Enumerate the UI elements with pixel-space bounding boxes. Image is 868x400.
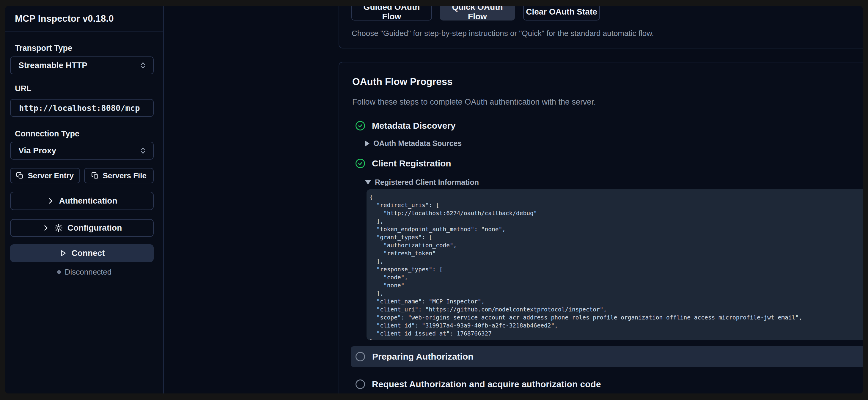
transport-type-value: Streamable HTTP: [19, 61, 87, 70]
copy-buttons-row: Server Entry Servers File: [10, 168, 154, 183]
step-label: Metadata Discovery: [372, 121, 456, 131]
main-content: Guided OAuth Flow Quick OAuth Flow Clear…: [164, 6, 863, 394]
connect-label: Connect: [72, 248, 105, 258]
status-label: Disconnected: [65, 268, 112, 277]
authentication-toggle[interactable]: Authentication: [10, 192, 154, 210]
check-circle-icon: [355, 158, 365, 168]
server-entry-label: Server Entry: [28, 171, 74, 180]
app-window: MCP Inspector v0.18.0 Transport Type Str…: [5, 6, 863, 394]
oauth-flow-progress-card: OAuth Flow Progress Follow these steps t…: [339, 62, 863, 394]
configuration-toggle[interactable]: Configuration: [10, 219, 154, 237]
empty-circle-icon: [355, 351, 365, 362]
url-input[interactable]: http://localhost:8080/mcp: [10, 99, 154, 117]
oauth-metadata-sources-toggle[interactable]: OAuth Metadata Sources: [365, 139, 462, 148]
collapsible-label: Registered Client Information: [375, 178, 479, 187]
step-request-authorization: Request Authorization and acquire author…: [355, 379, 601, 389]
client-info-json: { "redirect_uris": [ "http://localhost:6…: [370, 193, 863, 340]
connection-type-select[interactable]: Via Proxy: [10, 142, 154, 160]
sidebar-header: MCP Inspector v0.18.0: [5, 6, 163, 32]
server-entry-button[interactable]: Server Entry: [10, 168, 80, 183]
copy-icon: [91, 172, 99, 180]
card-title: OAuth Flow Progress: [352, 76, 453, 87]
card-subtitle: Follow these steps to complete OAuth aut…: [352, 97, 596, 107]
check-circle-icon: [355, 121, 365, 131]
connection-type-value: Via Proxy: [19, 146, 56, 155]
clear-oauth-state-button[interactable]: Clear OAuth State: [523, 6, 600, 21]
play-icon: [59, 249, 67, 257]
step-label: Client Registration: [372, 158, 451, 168]
registered-client-information-toggle[interactable]: Registered Client Information: [365, 178, 479, 187]
registered-client-info-code-block[interactable]: { "redirect_uris": [ "http://localhost:6…: [367, 189, 863, 340]
servers-file-label: Servers File: [103, 171, 147, 180]
transport-type-label: Transport Type: [15, 44, 72, 52]
transport-type-select[interactable]: Streamable HTTP: [10, 57, 154, 74]
oauth-toolbar-card: Guided OAuth Flow Quick OAuth Flow Clear…: [339, 6, 863, 49]
guided-oauth-flow-button[interactable]: Guided OAuth Flow: [351, 6, 432, 21]
app-title: MCP Inspector v0.18.0: [15, 13, 114, 24]
empty-circle-icon: [355, 379, 365, 389]
triangle-down-icon: [365, 180, 371, 185]
quick-oauth-flow-button[interactable]: Quick OAuth Flow: [440, 6, 515, 21]
connection-type-label: Connection Type: [15, 129, 80, 138]
step-preparing-authorization: Preparing Authorization: [351, 346, 863, 367]
collapsible-label: OAuth Metadata Sources: [373, 139, 462, 148]
toolbar-hint-text: Choose "Guided" for step-by-step instruc…: [352, 29, 654, 38]
connect-button[interactable]: Connect: [10, 244, 154, 262]
sidebar: MCP Inspector v0.18.0 Transport Type Str…: [5, 6, 164, 394]
configuration-label: Configuration: [67, 223, 122, 233]
chevron-right-icon: [47, 197, 54, 205]
connection-status: Disconnected: [5, 268, 163, 277]
copy-icon: [16, 172, 24, 180]
servers-file-button[interactable]: Servers File: [84, 168, 154, 183]
url-label: URL: [15, 84, 32, 93]
gear-icon: [54, 224, 63, 232]
url-value: http://localhost:8080/mcp: [19, 103, 140, 113]
step-label: Request Authorization and acquire author…: [372, 379, 601, 389]
step-label: Preparing Authorization: [372, 351, 473, 362]
triangle-right-icon: [365, 141, 370, 147]
updown-chevron-icon: [140, 147, 147, 155]
step-client-registration: Client Registration: [355, 158, 451, 168]
authentication-label: Authentication: [59, 196, 117, 206]
status-dot-icon: [57, 270, 61, 274]
step-metadata-discovery: Metadata Discovery: [355, 121, 456, 131]
chevron-right-icon: [42, 224, 50, 232]
updown-chevron-icon: [140, 61, 147, 69]
